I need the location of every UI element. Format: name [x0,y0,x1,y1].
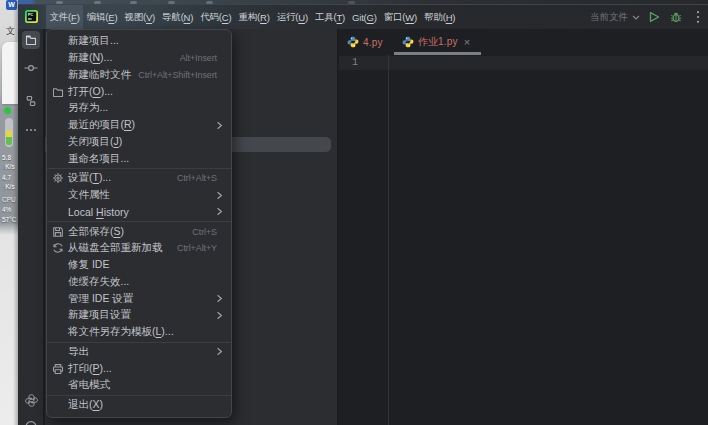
menu-item[interactable]: 设置(T)...Ctrl+Alt+S [47,170,231,187]
menu-separator [47,395,231,396]
menu-item[interactable]: 最近的项目(R) [47,117,231,134]
menubar-item-file[interactable]: 文件(F) [46,5,83,29]
menu-item[interactable]: 文件属性 [47,187,231,204]
menu-item[interactable]: 全部保存(S)Ctrl+S [47,223,231,240]
menu-item-label: 重命名项目... [68,152,129,166]
ellipsis-icon [25,128,37,132]
submenu-arrow-icon [216,121,224,129]
menu-item[interactable]: 导出 [47,344,231,361]
python-outline-icon [25,394,38,407]
menu-item-label: 新建(N)... [68,51,112,65]
menu-item-label: 修复 IDE [68,258,109,272]
menu-item-label: Local History [68,206,129,218]
submenu-arrow-icon [216,208,224,216]
run-button[interactable] [646,9,662,25]
menubar-item-tools[interactable]: 工具(T) [311,5,348,29]
menubar-item-git[interactable]: Git(G) [349,5,381,29]
gear-icon [52,172,64,184]
menu-item-shortcut: Ctrl+S [192,227,224,237]
debug-bug-icon [670,11,682,23]
titlebar-right: 当前文件 [590,5,706,29]
menubar-item-run[interactable]: 运行(U) [273,5,311,29]
tab-close-icon[interactable]: × [464,37,471,48]
menubar-item-refactor[interactable]: 重构(R) [235,5,273,29]
menu-item[interactable]: 打开(O)... [47,83,231,100]
save-icon [52,226,64,238]
caret-line-highlight [339,56,708,71]
commit-tool-button[interactable] [22,59,40,77]
tab-filename: 作业1.py [418,35,458,49]
menubar-item-code[interactable]: 代码(C) [197,5,235,29]
menu-item[interactable]: Local History [47,204,231,221]
pycharm-logo-icon[interactable]: PC [25,10,38,23]
more-actions-button[interactable] [690,9,706,25]
menu-item-label: 全部保存(S) [68,225,124,239]
tab-filename: 4.py [363,37,383,48]
run-config-selector[interactable]: 当前文件 [590,11,640,24]
menu-item-label: 新建项目... [68,34,119,48]
net-up-value: 4.7 [2,174,11,181]
commit-icon [24,62,38,74]
titlebar: PC 文件(F)编辑(E)视图(V)导航(N)代码(C)重构(R)运行(U)工具… [18,5,708,29]
submenu-arrow-icon [216,295,224,303]
menu-item[interactable]: 新建临时文件Ctrl+Alt+Shift+Insert [47,67,231,84]
menu-item-label: 新建项目设置 [68,308,131,322]
menu-item-label: 管理 IDE 设置 [68,292,133,306]
menu-item[interactable]: 从磁盘全部重新加载Ctrl+Alt+Y [47,240,231,257]
menu-item[interactable]: 使缓存失效... [47,274,231,291]
python-file-icon [402,36,414,48]
menubar: 文件(F)编辑(E)视图(V)导航(N)代码(C)重构(R)运行(U)工具(T)… [46,5,459,29]
tool-window-stripe [18,29,44,425]
menu-item-label: 关闭项目(J) [68,135,122,149]
bottom-partial-tool-button[interactable] [22,421,40,425]
menu-item[interactable]: 修复 IDE [47,257,231,274]
submenu-arrow-icon [216,311,224,319]
menu-item-label: 最近的项目(R) [68,118,135,132]
menu-item-label: 导出 [68,345,89,359]
structure-tool-button[interactable] [22,92,40,110]
more-tool-windows-button[interactable] [22,121,40,139]
menu-item[interactable]: 新建项目设置 [47,307,231,324]
gauge-green-segment [6,137,12,145]
file-menu-popup: 新建项目...新建(N)...Alt+Insert新建临时文件Ctrl+Alt+… [46,29,232,418]
menu-item[interactable]: 打印(P)... [47,360,231,377]
run-config-label: 当前文件 [590,11,628,24]
gutter-separator [388,55,389,425]
menu-item[interactable]: 退出(X) [47,397,231,414]
submenu-arrow-icon [216,348,224,356]
menu-item-label: 使缓存失效... [68,275,129,289]
folder-icon [25,34,37,46]
screen: W 文 5.8 ↓K/s 4.7 ↑K/s CPU 4% 57°C [0,0,708,425]
menu-item-label: 从磁盘全部重新加载 [68,241,163,255]
submenu-arrow-icon [216,191,224,199]
menubar-item-window[interactable]: 窗口(W) [380,5,420,29]
menu-separator [47,221,231,222]
menu-separator [47,342,231,343]
debug-button[interactable] [668,9,684,25]
menu-item[interactable]: 将文件另存为模板(L)... [47,324,231,341]
menubar-item-view[interactable]: 视图(V) [121,5,159,29]
structure-icon [25,95,37,107]
menu-item[interactable]: 管理 IDE 设置 [47,290,231,307]
menu-item-shortcut: Ctrl+Alt+Y [177,243,224,253]
editor-area: 4.py作业1.py× 1 [339,29,708,425]
menu-item[interactable]: 重命名项目... [47,150,231,167]
desktop-strip: W 文 5.8 ↓K/s 4.7 ↑K/s CPU 4% 57°C [0,0,18,425]
project-tool-button[interactable] [22,31,40,49]
editor-tab[interactable]: 作业1.py× [394,29,482,55]
menubar-item-edit[interactable]: 编辑(E) [83,5,121,29]
menu-item[interactable]: 省电模式 [47,377,231,394]
editor-tab[interactable]: 4.py [339,29,394,55]
menu-item-label: 退出(X) [68,398,103,412]
python-packages-button[interactable] [22,391,40,409]
menu-item[interactable]: 关闭项目(J) [47,134,231,151]
menubar-item-navigate[interactable]: 导航(N) [159,5,197,29]
menubar-item-help[interactable]: 帮助(H) [421,5,459,29]
partial-circle-icon [25,421,37,425]
kebab-menu-icon [696,10,700,24]
menu-item[interactable]: 新建项目... [47,33,231,50]
menu-item[interactable]: 新建(N)...Alt+Insert [47,50,231,67]
level-gauge [5,118,13,147]
menu-item[interactable]: 另存为... [47,100,231,117]
sync-icon [52,242,64,254]
